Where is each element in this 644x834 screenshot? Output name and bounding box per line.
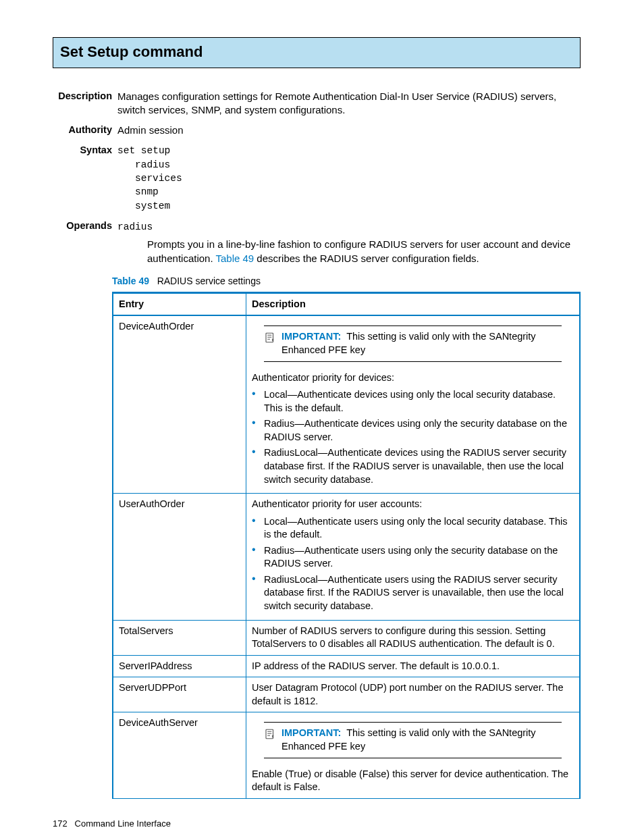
important-note: IMPORTANT: This setting is valid only wi… — [264, 325, 562, 361]
description-label: Description — [53, 90, 117, 103]
svg-rect-0 — [266, 334, 273, 343]
syntax-sub-services: services — [117, 172, 581, 185]
syntax-body: set setup radius services snmp system — [117, 144, 581, 212]
radius-settings-table: Entry Description DeviceAuthOrder IMPORT… — [112, 292, 581, 799]
table-caption-text: RADIUS service settings — [157, 276, 261, 286]
list-item: Local—Authenticate users using only the … — [252, 515, 574, 542]
user-auth-para: Authenticator priority for user accounts… — [252, 498, 574, 511]
table-row: ServerUDPPort User Datagram Protocol (UD… — [113, 677, 580, 712]
entry-deviceauthserver: DeviceAuthServer — [113, 712, 246, 798]
important-label: IMPORTANT: — [281, 331, 341, 342]
list-item: RadiusLocal—Authenticate users using the… — [252, 573, 574, 613]
operands-label: Operands — [53, 219, 117, 233]
authority-row: Authority Admin session — [53, 124, 581, 137]
important-label: IMPORTANT: — [281, 727, 341, 738]
user-auth-list: Local—Authenticate users using only the … — [252, 515, 574, 613]
table-row: UserAuthOrder Authenticator priority for… — [113, 494, 580, 621]
note-icon — [264, 330, 276, 344]
page-footer: 172 Command Line Interface — [53, 818, 581, 830]
list-item: Radius—Authenticate devices using only t… — [252, 417, 574, 444]
table-row: ServerIPAddress IP address of the RADIUS… — [113, 655, 580, 677]
list-item: RadiusLocal—Authenticate devices using t… — [252, 446, 574, 486]
table-caption-number: Table 49 — [112, 276, 149, 286]
table-row: TotalServers Number of RADIUS servers to… — [113, 620, 580, 655]
authority-label: Authority — [53, 124, 117, 137]
device-auth-list: Local—Authenticate devices using only th… — [252, 388, 574, 486]
svg-rect-1 — [266, 730, 273, 739]
desc-totalservers: Number of RADIUS servers to configure du… — [246, 620, 581, 655]
footer-title: Command Line Interface — [75, 818, 171, 829]
operand-term: radius — [117, 221, 153, 232]
description-row: Description Manages configuration settin… — [53, 90, 581, 118]
syntax-sub-system: system — [117, 199, 581, 213]
table-row: DeviceAuthServer IMPORTANT: This setting… — [113, 712, 580, 798]
page-number: 172 — [53, 818, 68, 829]
table-header-row: Entry Description — [113, 292, 580, 315]
auth-priority-para: Authenticator priority for devices: — [252, 371, 574, 385]
operands-body: radius Prompts you in a line-by-line fas… — [117, 219, 581, 265]
desc-userauthorder: Authenticator priority for user accounts… — [246, 494, 581, 621]
important-note: IMPORTANT: This setting is valid only wi… — [264, 722, 562, 758]
section-heading: Set Setup command — [53, 37, 581, 68]
table-row: DeviceAuthOrder IMPORTANT: This setting … — [113, 315, 580, 493]
desc-serveripaddress: IP address of the RADIUS server. The def… — [246, 655, 581, 677]
entry-userauthorder: UserAuthOrder — [113, 494, 246, 621]
entry-deviceauthorder: DeviceAuthOrder — [113, 315, 246, 493]
entry-serverudpport: ServerUDPPort — [113, 677, 246, 712]
desc-deviceauthorder: IMPORTANT: This setting is valid only wi… — [246, 315, 581, 493]
syntax-sub-snmp: snmp — [117, 185, 581, 199]
syntax-main: set setup — [117, 144, 581, 157]
list-item: Local—Authenticate devices using only th… — [252, 388, 574, 415]
entry-totalservers: TotalServers — [113, 620, 246, 655]
authority-text: Admin session — [117, 124, 581, 137]
desc-deviceauthserver: IMPORTANT: This setting is valid only wi… — [246, 712, 581, 798]
operands-row: Operands radius Prompts you in a line-by… — [53, 219, 581, 265]
desc-serverudpport: User Datagram Protocol (UDP) port number… — [246, 677, 581, 712]
description-text: Manages configuration settings for Remot… — [117, 90, 581, 118]
th-entry: Entry — [113, 292, 246, 315]
deviceauthserver-text: Enable (True) or disable (False) this se… — [252, 768, 574, 794]
syntax-row: Syntax set setup radius services snmp sy… — [53, 144, 581, 212]
th-description: Description — [246, 292, 581, 315]
syntax-label: Syntax — [53, 144, 117, 157]
table-caption: Table 49 RADIUS service settings — [112, 275, 581, 288]
syntax-sub-radius: radius — [117, 158, 581, 172]
operand-desc: Prompts you in a line-by-line fashion to… — [117, 238, 581, 265]
operand-desc-part2: describes the RADIUS server configuratio… — [254, 253, 479, 264]
note-icon — [264, 727, 276, 740]
entry-serveripaddress: ServerIPAddress — [113, 655, 246, 677]
list-item: Radius—Authenticate users using only the… — [252, 544, 574, 571]
table-49-link[interactable]: Table 49 — [215, 253, 254, 264]
